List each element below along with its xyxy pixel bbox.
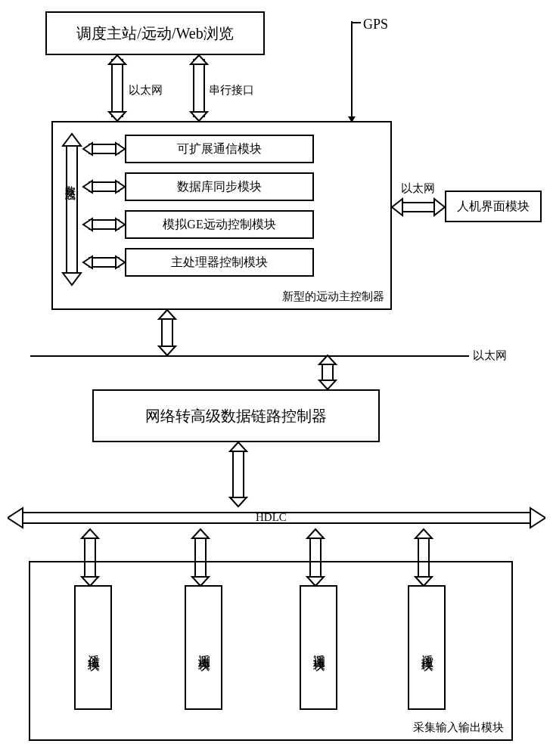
svg-marker-9 [67, 141, 77, 277]
svg-marker-4 [109, 55, 126, 64]
svg-marker-10 [63, 134, 81, 146]
svg-marker-16 [83, 181, 92, 193]
io-module-yaokong: 遥控模块 [408, 585, 446, 710]
arrow-bus-hdlc-ctrl [316, 355, 339, 389]
svg-marker-6 [194, 60, 204, 116]
controller-caption: 新型的远动主控制器 [282, 290, 384, 304]
svg-marker-23 [116, 256, 125, 268]
svg-marker-14 [116, 143, 125, 155]
svg-marker-5 [109, 112, 126, 121]
ethernet-bus-label: 以太网 [473, 349, 507, 363]
io-caption: 采集输入输出模块 [413, 720, 504, 735]
svg-marker-33 [233, 448, 244, 500]
svg-marker-28 [159, 310, 176, 319]
svg-marker-11 [63, 273, 81, 285]
arrow-controller-hmi [392, 197, 445, 218]
gps-label: GPS [363, 17, 388, 33]
arrow-controller-bus [156, 310, 179, 355]
hmi-box: 人机界面模块 [445, 191, 542, 222]
data-bus-arrow [61, 134, 83, 285]
svg-marker-43 [192, 529, 209, 538]
svg-marker-27 [162, 316, 172, 349]
data-bus-label: 数据总线 [63, 177, 76, 183]
svg-marker-22 [83, 256, 92, 268]
ethernet-label-2: 以太网 [401, 181, 435, 196]
svg-marker-7 [191, 55, 207, 64]
svg-marker-24 [399, 203, 437, 212]
module-comm: 可扩展通信模块 [125, 135, 314, 163]
svg-marker-17 [116, 181, 125, 193]
svg-marker-20 [116, 218, 125, 231]
ethernet-bus-line [30, 355, 469, 357]
svg-marker-18 [89, 220, 119, 229]
svg-marker-25 [392, 199, 402, 215]
svg-marker-3 [112, 60, 123, 116]
svg-marker-30 [322, 361, 333, 383]
svg-marker-46 [307, 529, 324, 538]
serial-label: 串行接口 [209, 83, 254, 98]
main-station-box: 调度主站/远动/Web浏览 [45, 11, 265, 55]
svg-marker-38 [530, 508, 545, 528]
module-ge-control: 模拟GE远动控制模块 [125, 210, 314, 239]
svg-marker-37 [8, 508, 23, 528]
ethernet-label-1: 以太网 [129, 83, 163, 98]
svg-marker-40 [82, 529, 98, 538]
io-container: 遥信模块 遥测模块 遥调模块 遥控模块 采集输入输出模块 [29, 561, 513, 741]
svg-marker-21 [89, 258, 119, 267]
module-db-sync: 数据库同步模块 [125, 172, 314, 201]
module-main-proc: 主处理器控制模块 [125, 248, 314, 277]
arrow-mainstation-left [106, 55, 129, 121]
svg-marker-8 [191, 112, 207, 121]
io-module-yaoce: 遥测模块 [185, 585, 222, 710]
svg-marker-12 [89, 144, 119, 153]
svg-marker-15 [89, 182, 119, 191]
svg-marker-32 [319, 380, 336, 389]
svg-marker-49 [415, 529, 432, 538]
svg-marker-34 [230, 442, 247, 451]
svg-marker-19 [83, 218, 92, 231]
io-module-yaoxin: 遥信模块 [74, 585, 112, 710]
io-module-yaotiao: 遥调模块 [300, 585, 337, 710]
net-to-hdlc-box: 网络转高级数据链路控制器 [92, 389, 380, 442]
arrow-mainstation-right [188, 55, 210, 121]
svg-marker-26 [434, 199, 445, 215]
svg-marker-29 [159, 346, 176, 355]
hdlc-label: HDLC [256, 511, 287, 524]
svg-marker-35 [230, 497, 247, 507]
main-station-label: 调度主站/远动/Web浏览 [76, 23, 233, 44]
svg-marker-13 [83, 143, 92, 155]
arrow-hdlcctrl-hdlcbus [227, 442, 250, 507]
controller-container: 数据总线 可扩展通信模块 数据库同步模块 模拟GE远动控制模块 主处理器控制模块… [51, 121, 392, 310]
